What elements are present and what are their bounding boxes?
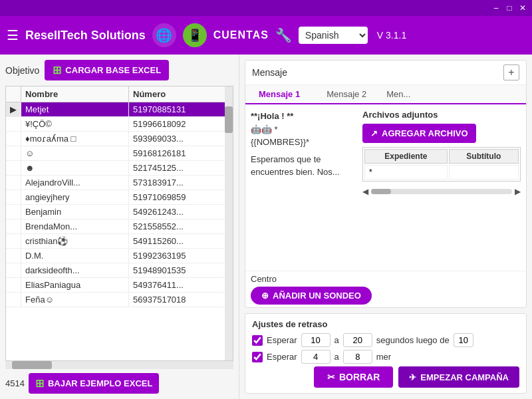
delay-label-1a: Esperar bbox=[267, 335, 297, 345]
row-arrow bbox=[6, 219, 21, 234]
row-nombre: EliasPaniagua bbox=[21, 278, 129, 293]
right-panel: Mensaje + Mensaje 1 Mensaje 2 Men... **¡… bbox=[239, 55, 532, 399]
version-label: V 3.1.1 bbox=[377, 30, 406, 41]
row-arrow: ▶ bbox=[6, 102, 21, 117]
row-numero: 521745125... bbox=[129, 161, 233, 176]
maximize-button[interactable]: □ bbox=[503, 2, 516, 14]
table-row[interactable]: ☺ 59168126181 bbox=[6, 146, 233, 161]
external-link-icon: ↗ bbox=[370, 128, 378, 138]
table-row[interactable]: darksideofth... 51948901535 bbox=[6, 263, 233, 278]
download-excel-label: BAJAR EJEMPLO EXCEL bbox=[48, 378, 152, 388]
message-body: **¡Hola ! ** 🤖🤖 * {{NOMBRES}}* Esperamos… bbox=[245, 104, 526, 271]
menu-icon[interactable]: ☰ bbox=[7, 27, 19, 43]
table-row[interactable]: EliasPaniagua 549376411... bbox=[6, 278, 233, 293]
row-nombre: ♦moɾaʎma □ bbox=[21, 132, 129, 146]
table-row[interactable]: ¥!ÇÖ© 51996618092 bbox=[6, 117, 233, 132]
scroll-left-icon[interactable]: ◀ bbox=[362, 187, 368, 196]
row-nombre: Benjamin bbox=[21, 205, 129, 219]
phone-button[interactable]: 📱 bbox=[183, 23, 207, 47]
left-panel: Objetivo ⊞ CARGAR BASE EXCEL Nombre Núme… bbox=[0, 55, 239, 399]
settings-button[interactable]: 🔧 bbox=[275, 27, 292, 43]
row-arrow bbox=[6, 278, 21, 293]
row-nombre: cristhian⚽ bbox=[21, 234, 129, 249]
row-numero: 593969033... bbox=[129, 132, 233, 146]
row-nombre: D.M. bbox=[21, 249, 129, 263]
row-nombre: AlejandroVill... bbox=[21, 176, 129, 190]
vertical-scrollbar[interactable] bbox=[225, 86, 233, 360]
table-row[interactable]: AlejandroVill... 573183917... bbox=[6, 176, 233, 190]
borrar-button[interactable]: ✂ BORRAR bbox=[314, 366, 393, 388]
delay-checkbox-1[interactable] bbox=[252, 335, 263, 346]
minimize-button[interactable]: – bbox=[489, 2, 503, 14]
add-poll-button[interactable]: ⊕ AÑADIR UN SONDEO bbox=[251, 287, 372, 305]
table-row[interactable]: Benjamin 549261243... bbox=[6, 205, 233, 219]
table-row[interactable]: ♦moɾaʎma □ 593969033... bbox=[6, 132, 233, 146]
borrar-label: BORRAR bbox=[339, 372, 380, 382]
row-nombre: ☺ bbox=[21, 146, 129, 161]
table-row[interactable]: ☻ 521745125... bbox=[6, 161, 233, 176]
row-arrow bbox=[6, 205, 21, 219]
delay-input-2a[interactable] bbox=[301, 350, 331, 364]
delay-row-1: Esperar a segundos luego de bbox=[252, 333, 519, 347]
attachments-label: Archivos adjuntos bbox=[362, 110, 521, 120]
objetivo-bar: Objetivo ⊞ CARGAR BASE EXCEL bbox=[5, 60, 233, 80]
main-content: Objetivo ⊞ CARGAR BASE EXCEL Nombre Núme… bbox=[0, 55, 532, 399]
add-message-button[interactable]: + bbox=[503, 65, 519, 80]
message-header: Mensaje + bbox=[245, 61, 526, 85]
add-file-button[interactable]: ↗ AGREGAR ARCHIVO bbox=[362, 124, 476, 143]
table-row[interactable]: BrendaMon... 521558552... bbox=[6, 219, 233, 234]
row-arrow bbox=[6, 146, 21, 161]
tab-mensaje-1[interactable]: Mensaje 1 bbox=[245, 85, 313, 104]
delay-label-2a: Esperar bbox=[267, 352, 297, 362]
message-text: **¡Hola ! ** 🤖🤖 * {{NOMBRES}}* Esperamos… bbox=[251, 110, 357, 265]
table-row[interactable]: angieyjhery 51971069859 bbox=[6, 190, 233, 205]
send-icon: ✈ bbox=[409, 372, 416, 382]
table-row[interactable]: D.M. 51992363195 bbox=[6, 249, 233, 263]
delay-input-1b[interactable] bbox=[343, 333, 372, 347]
delay-input-2b[interactable] bbox=[343, 350, 372, 364]
files-col-subtitulo: Subtítulo bbox=[449, 149, 519, 164]
download-excel-button[interactable]: ⊞ BAJAR EJEMPLO EXCEL bbox=[29, 373, 159, 394]
bottom-bar: 4514 ⊞ BAJAR EJEMPLO EXCEL bbox=[5, 373, 233, 394]
delay-checkbox-2[interactable] bbox=[252, 352, 263, 362]
files-col-expediente: Expediente bbox=[364, 149, 448, 164]
table-row[interactable]: cristhian⚽ 549115260... bbox=[6, 234, 233, 249]
close-button[interactable]: ✕ bbox=[516, 2, 529, 14]
row-numero: 51971069859 bbox=[129, 190, 233, 205]
app-title: ResellTech Solutions bbox=[25, 29, 146, 43]
scroll-right-icon[interactable]: ▶ bbox=[515, 187, 521, 196]
delay-input-1a[interactable] bbox=[301, 333, 331, 347]
row-numero: 549115260... bbox=[129, 234, 233, 249]
empezar-button[interactable]: ✈ EMPEZAR CAMPAÑA bbox=[398, 366, 519, 388]
globe-button[interactable]: 🌐 bbox=[152, 23, 176, 47]
scissors-icon: ✂ bbox=[327, 372, 335, 382]
row-nombre: Feña☺ bbox=[21, 293, 129, 307]
horizontal-scrollbar[interactable] bbox=[5, 361, 233, 369]
load-excel-button[interactable]: ⊞ CARGAR BASE EXCEL bbox=[45, 60, 169, 80]
row-arrow bbox=[6, 161, 21, 176]
row-nombre: BrendaMon... bbox=[21, 219, 129, 234]
table-row[interactable]: ▶ Metjet 51970885131 bbox=[6, 102, 233, 117]
delay-separator-1: a bbox=[334, 335, 339, 345]
centro-section: Centro ⊕ AÑADIR UN SONDEO bbox=[245, 271, 526, 307]
delay-label-1b: segundos luego de bbox=[376, 335, 450, 345]
row-arrow bbox=[6, 176, 21, 190]
excel-dl-icon: ⊞ bbox=[35, 377, 44, 390]
file-subtitulo bbox=[449, 165, 519, 180]
table-row[interactable]: Feña☺ 56937517018 bbox=[6, 293, 233, 307]
delay-separator-2: a bbox=[334, 352, 339, 362]
row-nombre: angieyjhery bbox=[21, 190, 129, 205]
row-arrow bbox=[6, 117, 21, 132]
row-numero: 549376411... bbox=[129, 278, 233, 293]
tab-mensaje-2[interactable]: Mensaje 2 bbox=[313, 85, 380, 103]
delay-input-1c[interactable] bbox=[454, 333, 473, 347]
tab-overflow: Men... bbox=[380, 85, 417, 103]
objetivo-label: Objetivo bbox=[5, 65, 39, 76]
language-select[interactable]: Spanish English Portuguese bbox=[299, 27, 368, 44]
files-table: Expediente Subtítulo * bbox=[362, 147, 521, 182]
titlebar: – □ ✕ bbox=[0, 0, 532, 16]
cuentas-button[interactable]: CUENTAS bbox=[213, 29, 269, 41]
count-label: 4514 bbox=[5, 378, 25, 388]
file-expediente: * bbox=[364, 165, 448, 180]
row-numero: 51996618092 bbox=[129, 117, 233, 132]
